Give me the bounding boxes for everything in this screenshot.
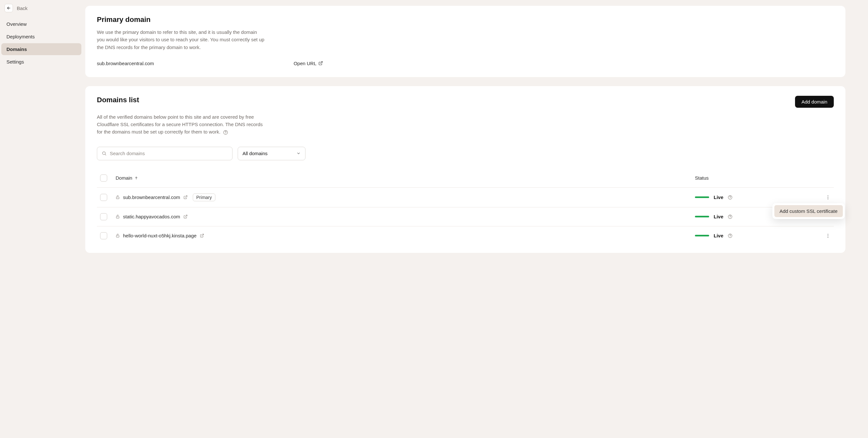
more-vertical-icon bbox=[826, 233, 831, 238]
status-indicator bbox=[695, 196, 709, 198]
table-row: sub.brownbearcentral.com Primary Live bbox=[97, 188, 834, 207]
svg-line-5 bbox=[105, 154, 106, 155]
domain-name: sub.brownbearcentral.com bbox=[123, 195, 180, 200]
primary-domain-desc: We use the primary domain to refer to th… bbox=[97, 28, 265, 51]
svg-point-11 bbox=[828, 196, 828, 196]
primary-domain-card: Primary domain We use the primary domain… bbox=[85, 6, 845, 77]
domain-name: static.happyavocados.com bbox=[123, 214, 180, 219]
sort-asc-icon bbox=[134, 176, 138, 180]
domains-list-card: Domains list Add domain All of the verif… bbox=[85, 86, 845, 253]
search-domains-box[interactable] bbox=[97, 147, 232, 160]
back-button[interactable] bbox=[4, 4, 13, 12]
svg-point-27 bbox=[828, 237, 828, 237]
status-indicator bbox=[695, 216, 709, 217]
search-icon bbox=[102, 151, 106, 156]
row-actions-menu[interactable] bbox=[811, 195, 831, 200]
nav-item-domains[interactable]: Domains bbox=[1, 43, 82, 55]
domain-name: hello-world-nuxt-o5hkj.kinsta.page bbox=[123, 233, 197, 238]
open-url-link[interactable]: Open URL bbox=[293, 61, 323, 66]
help-circle-icon[interactable] bbox=[728, 234, 733, 238]
status-label: Live bbox=[714, 233, 723, 238]
nav-item-settings[interactable]: Settings bbox=[1, 56, 82, 68]
lock-open-icon bbox=[116, 214, 120, 219]
help-circle-icon[interactable] bbox=[728, 214, 733, 219]
row-checkbox[interactable] bbox=[100, 194, 107, 201]
primary-domain-title: Primary domain bbox=[97, 15, 834, 24]
svg-line-22 bbox=[202, 234, 204, 236]
svg-point-13 bbox=[828, 198, 828, 199]
more-vertical-icon bbox=[826, 195, 831, 200]
column-domain[interactable]: Domain bbox=[116, 175, 132, 180]
add-domain-button[interactable]: Add domain bbox=[795, 96, 834, 108]
table-row: static.happyavocados.com Live bbox=[97, 207, 834, 227]
domains-table: Domain Status sub.brownbearcentral.com bbox=[97, 169, 834, 245]
svg-rect-7 bbox=[116, 197, 119, 199]
svg-line-8 bbox=[185, 196, 187, 198]
domains-list-title: Domains list bbox=[97, 96, 139, 104]
open-url-label: Open URL bbox=[293, 61, 316, 66]
table-row: hello-world-nuxt-o5hkj.kinsta.page Live bbox=[97, 227, 834, 245]
lock-open-icon bbox=[116, 234, 120, 238]
search-domains-input[interactable] bbox=[110, 150, 228, 156]
nav-item-deployments[interactable]: Deployments bbox=[1, 31, 82, 42]
svg-line-1 bbox=[320, 62, 322, 64]
lock-open-icon bbox=[116, 195, 120, 199]
svg-point-26 bbox=[828, 235, 828, 236]
svg-point-25 bbox=[828, 234, 828, 234]
chevron-down-icon bbox=[297, 151, 301, 156]
select-all-checkbox[interactable] bbox=[100, 174, 107, 181]
external-link-icon[interactable] bbox=[183, 214, 188, 219]
domain-filter-value: All domains bbox=[243, 150, 268, 156]
column-status: Status bbox=[695, 175, 709, 180]
primary-badge: Primary bbox=[193, 194, 215, 201]
svg-rect-14 bbox=[116, 216, 119, 218]
domains-list-desc: All of the verified domains below point … bbox=[97, 113, 265, 136]
help-circle-icon[interactable] bbox=[728, 195, 733, 200]
external-link-icon[interactable] bbox=[200, 234, 204, 238]
help-circle-icon[interactable] bbox=[223, 130, 228, 135]
status-label: Live bbox=[714, 195, 723, 200]
svg-point-12 bbox=[828, 197, 828, 197]
svg-line-15 bbox=[185, 215, 187, 217]
svg-rect-21 bbox=[116, 235, 119, 237]
row-context-menu: Add custom SSL certificate bbox=[772, 203, 845, 219]
status-indicator bbox=[695, 235, 709, 236]
external-link-icon bbox=[318, 61, 323, 65]
row-checkbox[interactable] bbox=[100, 232, 107, 239]
arrow-left-icon bbox=[6, 6, 11, 10]
external-link-icon[interactable] bbox=[183, 195, 188, 199]
status-label: Live bbox=[714, 214, 723, 219]
menu-item-add-custom-ssl[interactable]: Add custom SSL certificate bbox=[774, 205, 843, 217]
row-checkbox[interactable] bbox=[100, 213, 107, 220]
domain-filter-select[interactable]: All domains bbox=[238, 147, 306, 160]
row-actions-menu[interactable] bbox=[811, 233, 831, 238]
primary-domain-value: sub.brownbearcentral.com bbox=[97, 61, 154, 66]
svg-point-4 bbox=[103, 152, 105, 155]
back-label: Back bbox=[17, 5, 27, 11]
nav-item-overview[interactable]: Overview bbox=[1, 18, 82, 30]
